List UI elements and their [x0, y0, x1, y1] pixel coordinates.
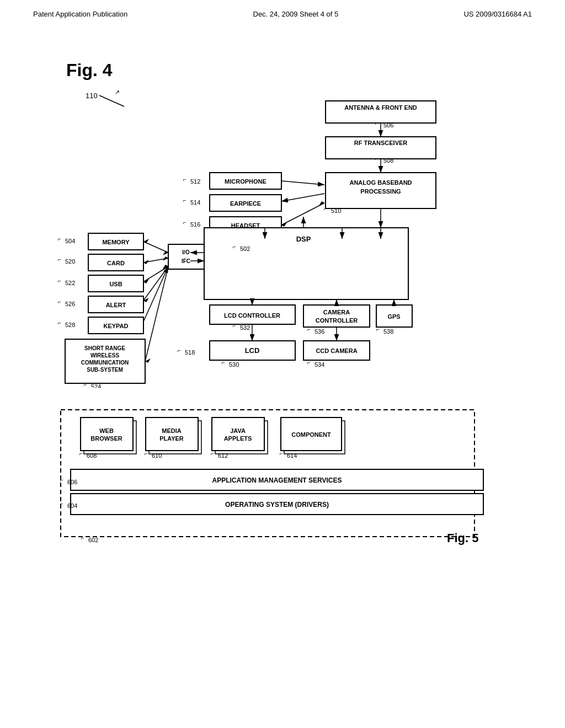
- ref-522-sym: ⌐: [58, 278, 61, 284]
- svg-line-5: [281, 194, 324, 201]
- header-middle: Dec. 24, 2009 Sheet 4 of 5: [253, 10, 339, 18]
- app-mgmt-label: APPLICATION MANAGEMENT SERVICES: [212, 477, 342, 484]
- ref-520: 520: [65, 258, 75, 265]
- media-label1: MEDIA: [162, 427, 182, 434]
- web-browser-label2: BROWSER: [90, 435, 122, 442]
- ref-602-sym: ⌐: [81, 535, 84, 541]
- ref-518: 518: [185, 349, 195, 356]
- svg-line-26: [143, 266, 168, 322]
- ref-606-sym: ⌐: [60, 477, 63, 483]
- svg-marker-17: [163, 251, 168, 255]
- analog-label1: ANALOG BASEBAND: [349, 179, 412, 186]
- svg-line-27: [145, 266, 168, 361]
- ref-536: 536: [315, 328, 324, 335]
- ref-612: 612: [218, 452, 228, 459]
- ref-514: 514: [190, 199, 200, 206]
- ref-606: 606: [67, 479, 77, 485]
- ref-502: 502: [240, 245, 250, 252]
- java-applets-box: [212, 417, 264, 451]
- fig5-svg: WEB BROWSER 608 ⌐ MEDIA PLAYER 610 ⌐ JAV…: [33, 399, 530, 553]
- ref-614: 614: [287, 452, 297, 459]
- fig5-label: Fig. 5: [447, 531, 478, 545]
- ref-538-sym: ⌐: [376, 326, 380, 333]
- sr-label1: SHORT RANGE: [84, 345, 125, 351]
- lcd-label: LCD: [245, 346, 260, 355]
- ref-534-sym: ⌐: [307, 360, 311, 366]
- svg-line-4: [281, 181, 324, 185]
- usb-label: USB: [109, 281, 122, 287]
- ref-610-sym: ⌐: [145, 451, 148, 457]
- ref-528: 528: [65, 322, 75, 328]
- ref-506: 506: [383, 122, 393, 129]
- ref-524-sym: ⌐: [84, 382, 87, 388]
- ref-510-sym: ⌐: [324, 206, 327, 212]
- ref-504-sym: ⌐: [58, 236, 61, 242]
- ref-524: 524: [91, 383, 101, 388]
- ref-506-arrow: ⌐: [375, 120, 379, 126]
- ref-522: 522: [65, 280, 75, 286]
- io-ifc-box: [168, 244, 204, 269]
- ref-110: 110: [86, 92, 98, 100]
- io-label2: IFC: [182, 258, 190, 264]
- web-browser-box: [81, 417, 133, 451]
- ref-514-sym: ⌐: [183, 197, 186, 204]
- header-left: Patent Application Publication: [33, 10, 127, 18]
- alert-label: ALERT: [106, 302, 126, 308]
- ref-532-sym: ⌐: [233, 323, 236, 329]
- svg-line-15: [143, 242, 168, 253]
- os-label: OPERATING SYSTEM (DRIVERS): [225, 501, 329, 508]
- rf-label: RF TRANSCEIVER: [354, 140, 408, 146]
- memory-label: MEMORY: [102, 239, 130, 245]
- ref-502-sym: ⌐: [233, 244, 236, 250]
- ref-528-sym: ⌐: [58, 320, 61, 326]
- card-label: CARD: [107, 260, 125, 266]
- antenna-label: ANTENNA & FRONT END: [344, 104, 417, 111]
- svg-line-0: [99, 95, 124, 106]
- camera-ctrl-label2: CONTROLLER: [316, 317, 358, 324]
- java-label2: APPLETS: [224, 435, 252, 442]
- ref-516-sym: ⌐: [183, 220, 186, 226]
- ref-530: 530: [229, 361, 239, 368]
- ref-534: 534: [315, 361, 324, 368]
- page-header: Patent Application Publication Dec. 24, …: [0, 0, 565, 18]
- ref-532: 532: [240, 324, 250, 331]
- dsp-label: DSP: [296, 235, 311, 243]
- ref-518-sym: ⌐: [178, 347, 181, 354]
- fig4-diagram: Fig. 4 110 ↗ ANTENNA & FRONT END 506 ⌐ R…: [33, 46, 532, 388]
- earpiece-label: EARPIECE: [230, 200, 261, 207]
- fig4-label: Fig. 4: [66, 60, 113, 80]
- svg-line-24: [143, 266, 168, 301]
- ref-604: 604: [67, 502, 77, 509]
- ref-608-sym: ⌐: [79, 451, 83, 457]
- ref-610: 610: [152, 452, 162, 459]
- ccd-label: CCD CAMERA: [316, 347, 357, 354]
- fig5-diagram: WEB BROWSER 608 ⌐ MEDIA PLAYER 610 ⌐ JAV…: [33, 399, 532, 553]
- camera-ctrl-box: [303, 305, 370, 327]
- ref-602: 602: [88, 537, 98, 543]
- ref-526-sym: ⌐: [58, 299, 61, 305]
- analog-label2: PROCESSING: [360, 188, 401, 195]
- header-right: US 2009/0316684 A1: [463, 10, 532, 18]
- sr-label4: SUB-SYSTEM: [87, 367, 123, 373]
- ref-510: 510: [331, 207, 341, 214]
- ref-504: 504: [65, 238, 75, 244]
- sr-label2: WIRELESS: [90, 352, 120, 358]
- gps-label: GPS: [387, 313, 400, 320]
- ref-520-sym: ⌐: [58, 256, 61, 263]
- content-area: Fig. 4 110 ↗ ANTENNA & FRONT END 506 ⌐ R…: [0, 18, 565, 564]
- ref-530-sym: ⌐: [222, 360, 225, 366]
- ref-110-arrow: ↗: [115, 89, 120, 95]
- svg-marker-16: [143, 239, 149, 243]
- ref-536-sym: ⌐: [307, 326, 311, 333]
- java-label1: JAVA: [230, 427, 246, 434]
- svg-line-6: [281, 203, 324, 225]
- ref-608: 608: [87, 452, 97, 459]
- sr-label3: COMMUNICATION: [81, 360, 129, 366]
- ref-508-sym: ⌐: [375, 156, 379, 162]
- io-label1: I/O: [182, 249, 190, 255]
- ref-512-sym: ⌐: [183, 176, 186, 183]
- keypad-label: KEYPAD: [103, 323, 128, 329]
- component-label: COMPONENT: [291, 431, 331, 438]
- web-browser-label1: WEB: [99, 427, 114, 434]
- ref-512: 512: [190, 178, 200, 185]
